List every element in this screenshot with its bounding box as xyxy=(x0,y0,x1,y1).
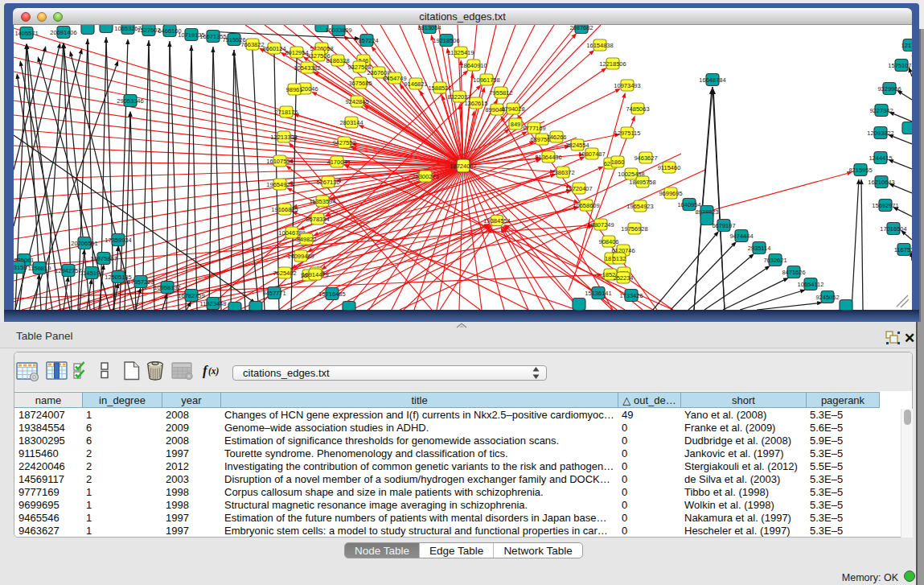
svg-text:9457771: 9457771 xyxy=(262,290,285,297)
svg-text:1588520: 1588520 xyxy=(428,84,451,92)
svg-text:11325419: 11325419 xyxy=(448,49,474,56)
svg-text:7386372: 7386372 xyxy=(551,169,574,176)
svg-text:9463627: 9463627 xyxy=(634,154,657,162)
svg-text:10807487: 10807487 xyxy=(578,150,605,158)
svg-text:2803144: 2803144 xyxy=(339,119,363,126)
svg-text:10658609: 10658609 xyxy=(573,202,599,209)
svg-text:21364436: 21364436 xyxy=(535,154,561,161)
svg-text:(x): (x) xyxy=(208,366,220,377)
svg-text:2087682: 2087682 xyxy=(569,25,593,31)
svg-text:9245052: 9245052 xyxy=(815,294,839,301)
svg-text:10543382: 10543382 xyxy=(294,64,320,72)
svg-text:7632621: 7632621 xyxy=(763,257,786,264)
svg-text:9227342: 9227342 xyxy=(869,107,893,114)
svg-text:1733426: 1733426 xyxy=(619,292,643,299)
svg-text:12093822: 12093822 xyxy=(867,130,893,137)
svg-text:1156819: 1156819 xyxy=(28,265,51,272)
svg-text:6794028: 6794028 xyxy=(501,105,524,113)
svg-text:8813054: 8813054 xyxy=(417,25,441,31)
svg-text:16154838: 16154838 xyxy=(586,42,613,49)
svg-text:25300273: 25300273 xyxy=(412,173,438,180)
svg-text:2935114: 2935114 xyxy=(748,245,771,252)
svg-text:9777169: 9777169 xyxy=(522,125,545,132)
svg-text:19166825: 19166825 xyxy=(271,206,298,213)
svg-text:849: 849 xyxy=(511,121,521,128)
svg-text:16782759: 16782759 xyxy=(178,292,204,299)
svg-text:10973493: 10973493 xyxy=(614,82,640,89)
svg-text:10654112: 10654112 xyxy=(798,281,824,288)
svg-text:19384554: 19384554 xyxy=(483,217,510,225)
svg-text:33159: 33159 xyxy=(14,264,27,271)
svg-text:20691406: 20691406 xyxy=(50,29,76,36)
svg-text:9699695: 9699695 xyxy=(659,190,682,197)
svg-text:1405571: 1405571 xyxy=(14,30,38,37)
svg-text:17957223: 17957223 xyxy=(127,278,154,286)
svg-text:7663822: 7663822 xyxy=(240,41,264,48)
svg-text:1640954: 1640954 xyxy=(677,201,700,208)
svg-text:3824554: 3824554 xyxy=(565,142,589,149)
svg-text:15751074: 15751074 xyxy=(888,62,912,69)
svg-text:17016504: 17016504 xyxy=(880,225,906,233)
svg-text:18640910: 18640910 xyxy=(460,62,487,69)
svg-text:19654923: 19654923 xyxy=(626,203,653,210)
svg-text:19218506: 19218506 xyxy=(433,37,459,44)
svg-text:29053346: 29053346 xyxy=(117,97,143,105)
svg-text:746266: 746266 xyxy=(546,134,566,141)
svg-text:7625402: 7625402 xyxy=(273,270,296,277)
svg-text:349822: 349822 xyxy=(296,236,316,243)
svg-text:8215955: 8215955 xyxy=(848,167,872,174)
svg-text:20206551: 20206551 xyxy=(71,240,97,247)
svg-text:16648784: 16648784 xyxy=(699,76,725,84)
svg-text:98961: 98961 xyxy=(286,86,303,93)
svg-text:252234: 252234 xyxy=(613,274,633,282)
svg-text:10958137: 10958137 xyxy=(154,284,180,291)
svg-text:15716485: 15716485 xyxy=(318,290,345,298)
svg-text:9146821: 9146821 xyxy=(404,80,427,88)
svg-text:10975867: 10975867 xyxy=(90,255,117,262)
svg-text:7485063: 7485063 xyxy=(626,105,649,113)
svg-text:12942757: 12942757 xyxy=(55,267,81,274)
svg-text:9115460: 9115460 xyxy=(658,164,681,171)
svg-text:8660124: 8660124 xyxy=(262,45,285,52)
svg-text:19756928: 19756928 xyxy=(621,225,647,233)
svg-text:16107554: 16107554 xyxy=(266,158,293,165)
svg-text:417004: 417004 xyxy=(326,159,347,166)
svg-text:9329966: 9329966 xyxy=(877,85,901,93)
svg-text:8912954: 8912954 xyxy=(285,49,308,56)
svg-text:8678334: 8678334 xyxy=(306,216,329,223)
svg-text:1362615: 1362615 xyxy=(464,100,487,107)
svg-text:15720407: 15720407 xyxy=(565,185,592,192)
svg-text:7955812: 7955812 xyxy=(489,89,512,97)
svg-text:11353594: 11353594 xyxy=(310,198,336,205)
svg-text:12218506: 12218506 xyxy=(599,60,626,68)
svg-text:8186328: 8186328 xyxy=(326,57,349,64)
svg-text:18807249: 18807249 xyxy=(587,221,614,229)
svg-text:14099489: 14099489 xyxy=(287,253,314,260)
svg-text:15692971: 15692971 xyxy=(872,202,898,209)
svg-text:116753: 116753 xyxy=(894,246,912,253)
svg-text:12975115: 12975115 xyxy=(614,130,641,137)
svg-text:16033809: 16033809 xyxy=(325,27,351,34)
svg-text:5132: 5132 xyxy=(613,255,626,262)
svg-text:12213303: 12213303 xyxy=(270,134,297,141)
svg-text:10961758: 10961758 xyxy=(473,76,499,84)
svg-text:6679197: 6679197 xyxy=(712,222,735,229)
svg-text:19654923: 19654923 xyxy=(266,181,293,188)
svg-text:3675685: 3675685 xyxy=(348,80,372,87)
svg-text:16210643: 16210643 xyxy=(868,179,894,186)
svg-text:17359934: 17359934 xyxy=(105,237,131,244)
svg-text:11923448: 11923448 xyxy=(200,300,227,307)
svg-text:16914479: 16914479 xyxy=(302,271,328,278)
svg-text:8454749: 8454749 xyxy=(383,75,406,82)
svg-text:8471626: 8471626 xyxy=(782,269,805,276)
svg-text:1860: 1860 xyxy=(611,159,625,166)
svg-text:1145194: 1145194 xyxy=(80,270,104,277)
svg-text:5267130: 5267130 xyxy=(316,179,339,186)
svg-text:908406: 908406 xyxy=(598,238,618,245)
svg-text:18724007: 18724007 xyxy=(450,163,476,170)
svg-text:18495758: 18495758 xyxy=(629,179,655,186)
svg-text:1244415: 1244415 xyxy=(869,154,892,162)
svg-text:15136141: 15136141 xyxy=(585,290,611,297)
svg-text:12172: 12172 xyxy=(901,42,912,49)
svg-text:9474444: 9474444 xyxy=(729,233,753,240)
